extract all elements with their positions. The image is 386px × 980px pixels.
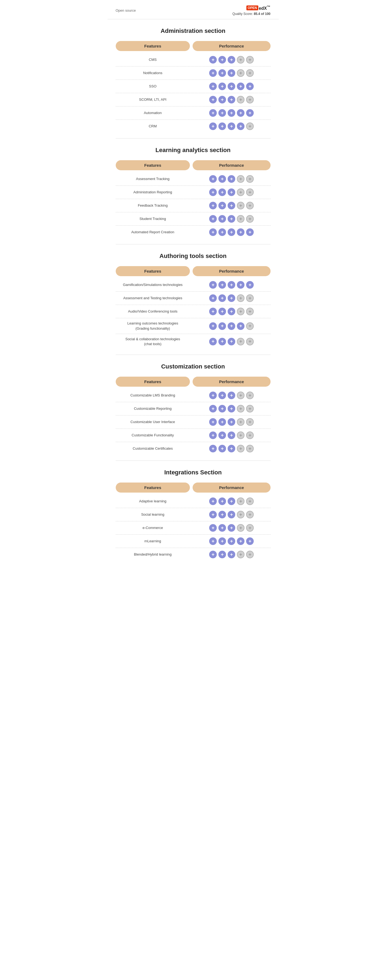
filled-dot: + xyxy=(228,228,235,236)
filled-dot: + xyxy=(219,391,226,399)
empty-dot: + xyxy=(246,188,254,196)
empty-dot: + xyxy=(246,418,254,426)
filled-dot: + xyxy=(209,83,217,90)
filled-dot: + xyxy=(237,109,244,117)
section-administration: Administration sectionFeaturesPerformanc… xyxy=(108,19,279,138)
performance-dots: +++++ xyxy=(193,202,270,209)
table-customization: FeaturesPerformanceCustomizable LMS Bran… xyxy=(116,377,271,455)
filled-dot: + xyxy=(246,281,254,289)
performance-dots: +++++ xyxy=(193,294,270,302)
feature-name: Audio/Video Conferencing tools xyxy=(116,309,190,314)
empty-dot: + xyxy=(246,69,254,77)
filled-dot: + xyxy=(228,202,235,209)
table-row: Student Tracking+++++ xyxy=(116,212,271,226)
section-integrations: Integrations SectionFeaturesPerformanceA… xyxy=(108,461,279,566)
empty-dot: + xyxy=(246,391,254,399)
empty-dot: + xyxy=(246,445,254,452)
filled-dot: + xyxy=(219,308,226,315)
filled-dot: + xyxy=(209,202,217,209)
table-row: SCORM, LTI, API+++++ xyxy=(116,93,271,107)
empty-dot: + xyxy=(237,202,244,209)
empty-dot: + xyxy=(246,294,254,302)
empty-dot: + xyxy=(246,56,254,64)
filled-dot: + xyxy=(219,83,226,90)
empty-dot: + xyxy=(237,431,244,439)
performance-dots: +++++ xyxy=(193,445,270,452)
empty-dot: + xyxy=(246,202,254,209)
table-row: Learning outcomes technologies (Grading … xyxy=(116,318,271,334)
filled-dot: + xyxy=(228,96,235,103)
filled-dot: + xyxy=(219,228,226,236)
table-row: Adaptive learning+++++ xyxy=(116,495,271,508)
empty-dot: + xyxy=(237,215,244,223)
feature-name: mLearning xyxy=(116,539,190,544)
empty-dot: + xyxy=(237,338,244,345)
filled-dot: + xyxy=(228,418,235,426)
table-learning-analytics: FeaturesPerformanceAssessment Tracking++… xyxy=(116,160,271,239)
empty-dot: + xyxy=(246,431,254,439)
table-row: SSO+++++ xyxy=(116,80,271,93)
filled-dot: + xyxy=(209,109,217,117)
filled-dot: + xyxy=(228,431,235,439)
table-row: Notifications+++++ xyxy=(116,67,271,80)
sections-container: Administration sectionFeaturesPerformanc… xyxy=(108,19,279,566)
performance-dots: +++++ xyxy=(193,431,270,439)
filled-dot: + xyxy=(209,431,217,439)
performance-dots: +++++ xyxy=(193,538,270,545)
filled-dot: + xyxy=(219,123,226,130)
page-header: Open source OPEN edX™ Quality Score: 85.… xyxy=(108,0,279,19)
table-row: Social & collaboration technologies (cha… xyxy=(116,334,271,349)
filled-dot: + xyxy=(209,281,217,289)
filled-dot: + xyxy=(209,308,217,315)
filled-dot: + xyxy=(228,405,235,412)
table-row: Customizable Functionality+++++ xyxy=(116,429,271,442)
table-row: Customizable Certificates+++++ xyxy=(116,442,271,455)
table-row: Feedback Tracking+++++ xyxy=(116,199,271,212)
section-title-learning-analytics: Learning analytics section xyxy=(116,146,271,154)
table-row: e-Commerce+++++ xyxy=(116,521,271,535)
empty-dot: + xyxy=(246,308,254,315)
filled-dot: + xyxy=(228,524,235,532)
filled-dot: + xyxy=(209,69,217,77)
filled-dot: + xyxy=(219,109,226,117)
section-title-integrations: Integrations Section xyxy=(116,469,271,476)
empty-dot: + xyxy=(237,391,244,399)
filled-dot: + xyxy=(237,538,244,545)
feature-name: Social & collaboration technologies (cha… xyxy=(116,337,190,347)
feature-name: CRM xyxy=(116,124,190,129)
filled-dot: + xyxy=(228,175,235,183)
empty-dot: + xyxy=(246,405,254,412)
table-row: Automated Report Creation+++++ xyxy=(116,226,271,239)
filled-dot: + xyxy=(228,551,235,558)
filled-dot: + xyxy=(219,322,226,330)
filled-dot: + xyxy=(209,405,217,412)
filled-dot: + xyxy=(219,418,226,426)
table-row: Blended/Hybrid learning+++++ xyxy=(116,548,271,561)
empty-dot: + xyxy=(246,215,254,223)
performance-header: Performance xyxy=(193,482,270,493)
feature-name: Feedback Tracking xyxy=(116,203,190,208)
filled-dot: + xyxy=(228,281,235,289)
empty-dot: + xyxy=(246,524,254,532)
header-right: OPEN edX™ Quality Score: 85.4 of 100 xyxy=(232,5,270,16)
filled-dot: + xyxy=(246,538,254,545)
filled-dot: + xyxy=(209,391,217,399)
performance-dots: +++++ xyxy=(193,83,270,90)
performance-dots: +++++ xyxy=(193,511,270,519)
filled-dot: + xyxy=(219,69,226,77)
performance-dots: +++++ xyxy=(193,123,270,130)
filled-dot: + xyxy=(219,551,226,558)
filled-dot: + xyxy=(228,109,235,117)
logo-open: OPEN xyxy=(246,5,258,10)
feature-name: Automated Report Creation xyxy=(116,230,190,235)
empty-dot: + xyxy=(237,308,244,315)
filled-dot: + xyxy=(228,83,235,90)
filled-dot: + xyxy=(219,538,226,545)
section-title-customization: Customization section xyxy=(116,363,271,370)
feature-name: Automation xyxy=(116,111,190,115)
table-row: Customizable User Interface+++++ xyxy=(116,415,271,429)
section-title-administration: Administration section xyxy=(116,27,271,35)
empty-dot: + xyxy=(237,56,244,64)
table-header-administration: FeaturesPerformance xyxy=(116,41,271,51)
performance-dots: +++++ xyxy=(193,498,270,505)
